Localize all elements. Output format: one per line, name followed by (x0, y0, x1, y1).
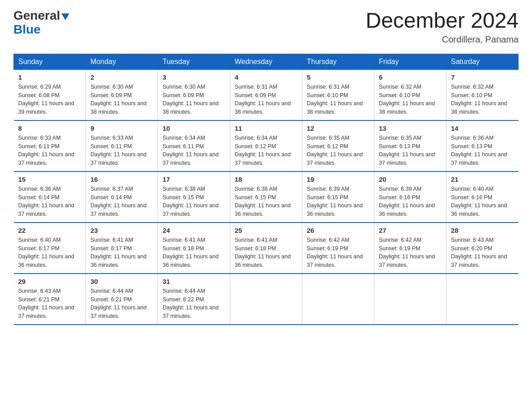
table-row: 13 Sunrise: 6:35 AM Sunset: 6:13 PM Dayl… (374, 120, 446, 171)
logo-general-text: General (13, 9, 60, 22)
daylight-label: Daylight: 11 hours and 37 minutes. (451, 151, 507, 166)
day-number: 13 (379, 124, 442, 132)
day-number: 12 (307, 124, 369, 132)
daylight-label: Daylight: 11 hours and 37 minutes. (307, 151, 363, 166)
table-row: 7 Sunrise: 6:32 AM Sunset: 6:10 PM Dayli… (446, 69, 519, 120)
daylight-label: Daylight: 11 hours and 37 minutes. (379, 151, 435, 166)
daylight-label: Daylight: 11 hours and 36 minutes. (451, 202, 507, 217)
sunrise-label: Sunrise: 6:33 AM (18, 135, 61, 141)
sunrise-label: Sunrise: 6:41 AM (90, 237, 133, 243)
day-number: 19 (307, 176, 369, 183)
day-number: 23 (90, 227, 153, 234)
day-number: 2 (90, 73, 153, 81)
sunset-label: Sunset: 6:21 PM (18, 296, 60, 303)
sunset-label: Sunset: 6:21 PM (90, 296, 132, 303)
calendar-title: December 2024 (365, 9, 519, 33)
day-info: Sunrise: 6:41 AM Sunset: 6:17 PM Dayligh… (90, 236, 153, 270)
sunrise-label: Sunrise: 6:44 AM (90, 288, 133, 294)
daylight-label: Daylight: 11 hours and 38 minutes. (307, 100, 363, 115)
day-number: 20 (379, 176, 442, 183)
daylight-label: Daylight: 11 hours and 39 minutes. (18, 100, 74, 115)
logo-top-line: General (13, 9, 69, 23)
sunrise-label: Sunrise: 6:29 AM (18, 84, 61, 90)
sunset-label: Sunset: 6:09 PM (163, 92, 204, 98)
day-number: 24 (163, 227, 225, 234)
daylight-label: Daylight: 11 hours and 37 minutes. (18, 202, 74, 217)
day-info: Sunrise: 6:38 AM Sunset: 6:15 PM Dayligh… (163, 185, 225, 218)
day-info: Sunrise: 6:44 AM Sunset: 6:21 PM Dayligh… (90, 287, 153, 321)
daylight-label: Daylight: 11 hours and 37 minutes. (379, 253, 435, 268)
sunrise-label: Sunrise: 6:40 AM (18, 237, 61, 243)
day-info: Sunrise: 6:43 AM Sunset: 6:21 PM Dayligh… (18, 287, 82, 321)
day-info: Sunrise: 6:30 AM Sunset: 6:09 PM Dayligh… (90, 83, 153, 116)
day-number: 4 (235, 73, 297, 81)
day-info: Sunrise: 6:35 AM Sunset: 6:12 PM Dayligh… (307, 134, 369, 167)
day-info: Sunrise: 6:34 AM Sunset: 6:12 PM Dayligh… (235, 134, 297, 167)
sunrise-label: Sunrise: 6:43 AM (451, 237, 493, 243)
sunrise-label: Sunrise: 6:30 AM (163, 84, 205, 90)
table-row: 12 Sunrise: 6:35 AM Sunset: 6:12 PM Dayl… (302, 120, 374, 171)
day-number: 9 (90, 124, 153, 132)
table-row: 27 Sunrise: 6:42 AM Sunset: 6:19 PM Dayl… (374, 223, 446, 274)
sunset-label: Sunset: 6:10 PM (379, 92, 420, 98)
sunrise-label: Sunrise: 6:36 AM (451, 135, 493, 141)
sunset-label: Sunset: 6:14 PM (90, 194, 132, 201)
daylight-label: Daylight: 11 hours and 36 minutes. (235, 253, 291, 268)
col-tuesday: Tuesday (158, 54, 230, 69)
logo-bottom-line: Blue (13, 23, 69, 37)
daylight-label: Daylight: 11 hours and 37 minutes. (90, 202, 146, 217)
sunrise-label: Sunrise: 6:32 AM (451, 84, 493, 90)
daylight-label: Daylight: 11 hours and 36 minutes. (18, 253, 74, 268)
table-row: 8 Sunrise: 6:33 AM Sunset: 6:11 PM Dayli… (14, 120, 86, 171)
sunset-label: Sunset: 6:17 PM (18, 245, 60, 252)
table-row: 15 Sunrise: 6:36 AM Sunset: 6:14 PM Dayl… (14, 171, 86, 223)
table-row: 9 Sunrise: 6:33 AM Sunset: 6:11 PM Dayli… (86, 120, 158, 171)
daylight-label: Daylight: 11 hours and 37 minutes. (18, 304, 74, 319)
sunrise-label: Sunrise: 6:41 AM (163, 237, 205, 243)
daylight-label: Daylight: 11 hours and 38 minutes. (90, 100, 146, 115)
daylight-label: Daylight: 11 hours and 38 minutes. (163, 100, 219, 115)
table-row: 3 Sunrise: 6:30 AM Sunset: 6:09 PM Dayli… (158, 69, 230, 120)
sunrise-label: Sunrise: 6:38 AM (163, 186, 205, 192)
day-number: 29 (18, 278, 82, 285)
daylight-label: Daylight: 11 hours and 37 minutes. (451, 253, 507, 268)
table-row: 4 Sunrise: 6:31 AM Sunset: 6:09 PM Dayli… (230, 69, 302, 120)
day-number: 5 (307, 73, 369, 81)
daylight-label: Daylight: 11 hours and 37 minutes. (163, 151, 219, 166)
sunset-label: Sunset: 6:16 PM (451, 194, 492, 201)
table-row: 25 Sunrise: 6:41 AM Sunset: 6:18 PM Dayl… (230, 223, 302, 274)
day-number: 6 (379, 73, 442, 81)
sunrise-label: Sunrise: 6:39 AM (307, 186, 349, 192)
day-number: 30 (90, 278, 153, 285)
table-row: 2 Sunrise: 6:30 AM Sunset: 6:09 PM Dayli… (86, 69, 158, 120)
daylight-label: Daylight: 11 hours and 36 minutes. (235, 202, 291, 217)
day-number: 16 (90, 176, 153, 183)
sunset-label: Sunset: 6:19 PM (379, 245, 420, 252)
sunset-label: Sunset: 6:13 PM (379, 143, 420, 150)
day-number: 8 (18, 124, 82, 132)
sunrise-label: Sunrise: 6:39 AM (379, 186, 421, 192)
table-row: 17 Sunrise: 6:38 AM Sunset: 6:15 PM Dayl… (158, 171, 230, 223)
sunset-label: Sunset: 6:18 PM (235, 245, 276, 252)
day-info: Sunrise: 6:38 AM Sunset: 6:15 PM Dayligh… (235, 185, 297, 218)
day-info: Sunrise: 6:41 AM Sunset: 6:18 PM Dayligh… (163, 236, 225, 270)
calendar-subtitle: Cordillera, Panama (365, 34, 519, 45)
sunrise-label: Sunrise: 6:38 AM (235, 186, 277, 192)
day-number: 27 (379, 227, 442, 234)
col-friday: Friday (374, 54, 446, 69)
table-row (374, 274, 446, 325)
day-number: 7 (451, 73, 514, 81)
daylight-label: Daylight: 11 hours and 37 minutes. (163, 304, 219, 319)
table-row (230, 274, 302, 325)
day-info: Sunrise: 6:39 AM Sunset: 6:15 PM Dayligh… (307, 185, 369, 218)
sunset-label: Sunset: 6:18 PM (163, 245, 204, 252)
day-info: Sunrise: 6:37 AM Sunset: 6:14 PM Dayligh… (90, 185, 153, 218)
col-thursday: Thursday (302, 54, 374, 69)
table-row: 29 Sunrise: 6:43 AM Sunset: 6:21 PM Dayl… (14, 274, 86, 325)
table-row: 10 Sunrise: 6:34 AM Sunset: 6:11 PM Dayl… (158, 120, 230, 171)
sunset-label: Sunset: 6:16 PM (379, 194, 420, 201)
sunset-label: Sunset: 6:12 PM (235, 143, 276, 150)
sunset-label: Sunset: 6:15 PM (163, 194, 204, 201)
day-info: Sunrise: 6:31 AM Sunset: 6:09 PM Dayligh… (235, 83, 297, 116)
day-number: 28 (451, 227, 514, 234)
